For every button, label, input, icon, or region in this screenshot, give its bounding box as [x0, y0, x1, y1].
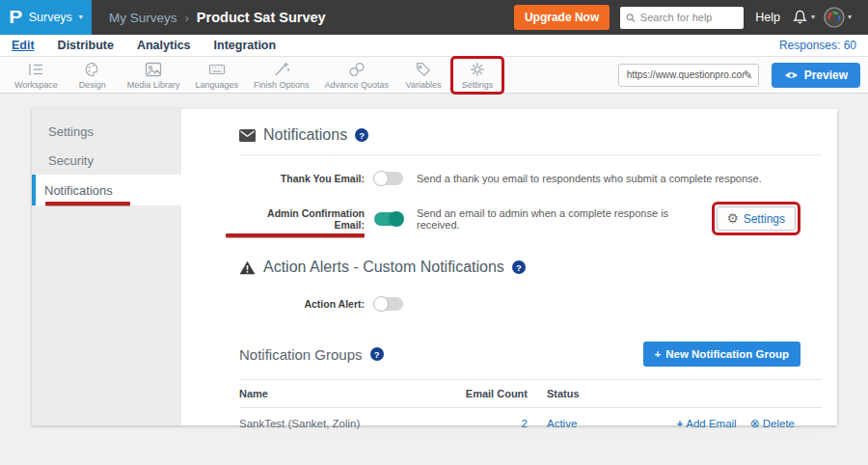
upgrade-now-button[interactable]: Upgrade Now	[514, 5, 610, 30]
survey-nav-row: Edit Distribute Analytics Integration Re…	[0, 35, 868, 56]
warning-icon	[239, 260, 256, 275]
app-menu-label: Surveys	[29, 11, 72, 24]
eye-icon	[784, 70, 799, 80]
edit-url-icon[interactable]: ✎	[744, 68, 753, 82]
annotation-box: ⚙ Settings	[712, 202, 800, 235]
settings-card: Settings Security Notifications Notifica…	[32, 109, 837, 425]
thank-you-email-row: Thank You Email: Send a thank you email …	[239, 168, 822, 189]
design-icon	[83, 61, 102, 78]
action-alerts-section-header: Action Alerts - Custom Notifications	[239, 259, 822, 276]
avatar	[824, 7, 845, 28]
chevron-down-icon: ▾	[811, 14, 815, 21]
breadcrumb-my-surveys[interactable]: My Surveys	[109, 11, 177, 25]
breadcrumb: My Surveys › Product Sat Survey	[109, 10, 326, 25]
preview-button[interactable]: Preview	[772, 63, 860, 88]
thank-you-email-label: Thank You Email:	[239, 173, 365, 184]
survey-url[interactable]: https://www.questionpro.com/t/.	[627, 69, 744, 80]
section-title: Notifications	[263, 126, 347, 144]
tab-distribute[interactable]: Distribute	[58, 39, 114, 52]
add-email-link[interactable]: Add Email	[677, 417, 737, 430]
notifications-bell-menu[interactable]: ▾	[792, 9, 815, 26]
notifications-section-header: Notifications	[239, 126, 822, 144]
toolbar-workspace[interactable]: Workspace	[10, 59, 63, 92]
annotation-underline	[45, 202, 130, 205]
help-icon[interactable]	[355, 128, 368, 142]
edit-toolbar: Workspace Design Media Library Languages…	[0, 56, 868, 94]
toolbar-variables[interactable]: Variables	[399, 59, 448, 92]
column-header-status: Status	[528, 388, 634, 399]
gear-icon: ⚙	[727, 211, 739, 226]
admin-confirmation-email-label: Admin Confirmation Email:	[239, 207, 365, 231]
tab-integration[interactable]: Integration	[214, 39, 277, 52]
thank-you-email-toggle[interactable]	[374, 172, 403, 185]
toolbar-settings[interactable]: Settings	[453, 59, 502, 92]
action-alert-label: Action Alert:	[239, 298, 365, 310]
sidebar-item-security[interactable]: Security	[32, 146, 181, 175]
breadcrumb-separator-icon: ›	[185, 11, 189, 25]
notifications-content: Notifications Thank You Email: Send a th…	[181, 109, 837, 425]
group-actions: Add Email Delete	[634, 417, 822, 430]
help-icon[interactable]	[370, 347, 384, 361]
admin-confirmation-email-row: Admin Confirmation Email: Send an email …	[239, 202, 822, 235]
plus-icon	[677, 418, 684, 429]
delete-group-link[interactable]: Delete	[750, 417, 795, 430]
survey-url-box: https://www.questionpro.com/t/. ✎	[618, 64, 759, 87]
tab-analytics[interactable]: Analytics	[137, 39, 191, 52]
chevron-down-icon: ▾	[79, 14, 83, 21]
languages-icon	[207, 61, 227, 78]
toolbar-design[interactable]: Design	[68, 59, 117, 92]
surveys-app-menu[interactable]: P Surveys ▾	[0, 0, 92, 35]
finish-options-icon	[272, 61, 291, 78]
toolbar-media-library[interactable]: Media Library	[122, 59, 185, 92]
bell-icon	[792, 9, 808, 26]
variables-icon	[414, 61, 433, 78]
responses-count[interactable]: Responses: 60	[779, 39, 856, 52]
toolbar-advance-quotas[interactable]: Advance Quotas	[319, 59, 393, 92]
section-title: Notification Groups	[239, 346, 363, 363]
sidebar-item-settings[interactable]: Settings	[32, 117, 181, 146]
sidebar-item-notifications[interactable]: Notifications	[32, 175, 181, 205]
action-alert-toggle[interactable]	[374, 297, 403, 311]
admin-confirmation-email-description: Send an email to admin when a complete r…	[417, 207, 702, 231]
section-divider	[239, 154, 822, 155]
admin-confirmation-email-toggle[interactable]	[374, 212, 403, 226]
top-bar-main: My Surveys › Product Sat Survey Upgrade …	[92, 0, 868, 35]
questionpro-settings-page: P Surveys ▾ My Surveys › Product Sat Sur…	[0, 0, 868, 465]
settings-sidebar: Settings Security Notifications	[32, 109, 181, 425]
help-search-box	[620, 7, 744, 29]
plus-icon: +	[655, 348, 662, 360]
settings-icon	[468, 61, 487, 78]
top-bar: P Surveys ▾ My Surveys › Product Sat Sur…	[0, 0, 868, 35]
help-search-input[interactable]	[640, 12, 738, 23]
search-icon	[626, 13, 636, 23]
workspace-icon	[26, 61, 45, 78]
column-header-name: Name	[239, 388, 436, 399]
group-email-count[interactable]: 2	[436, 418, 528, 429]
section-title: Action Alerts - Custom Notifications	[263, 259, 504, 276]
envelope-icon	[239, 129, 256, 142]
main-area: Settings Security Notifications Notifica…	[0, 94, 868, 425]
action-alert-row: Action Alert:	[239, 293, 822, 315]
toolbar-finish-options[interactable]: Finish Options	[249, 59, 314, 92]
notification-groups-header: Notification Groups + New Notification G…	[239, 342, 822, 367]
new-notification-group-button[interactable]: + New Notification Group	[643, 342, 801, 367]
account-menu[interactable]: ▾	[824, 7, 852, 28]
delete-icon	[750, 417, 760, 430]
chevron-down-icon: ▾	[848, 14, 852, 21]
media-library-icon	[144, 61, 163, 78]
questionpro-logo: P	[9, 7, 22, 28]
breadcrumb-survey-title: Product Sat Survey	[197, 10, 326, 25]
table-row: SankTest (Sanket, Zolin) 2 Active Add Em…	[239, 408, 822, 440]
column-header-email-count: Email Count	[436, 388, 528, 399]
help-icon[interactable]	[512, 260, 526, 274]
notification-groups-table: Name Email Count Status SankTest (Sanket…	[239, 379, 822, 440]
annotation-underline	[226, 233, 365, 237]
table-header-row: Name Email Count Status	[239, 379, 822, 408]
help-link[interactable]: Help	[755, 11, 780, 24]
thank-you-email-description: Send a thank you email to respondents wh…	[417, 173, 812, 184]
toolbar-languages[interactable]: Languages	[190, 59, 243, 92]
survey-tabs: Edit Distribute Analytics Integration	[12, 39, 276, 52]
group-status[interactable]: Active	[528, 418, 634, 429]
admin-email-settings-button[interactable]: ⚙ Settings	[717, 206, 796, 231]
tab-edit[interactable]: Edit	[12, 39, 35, 52]
